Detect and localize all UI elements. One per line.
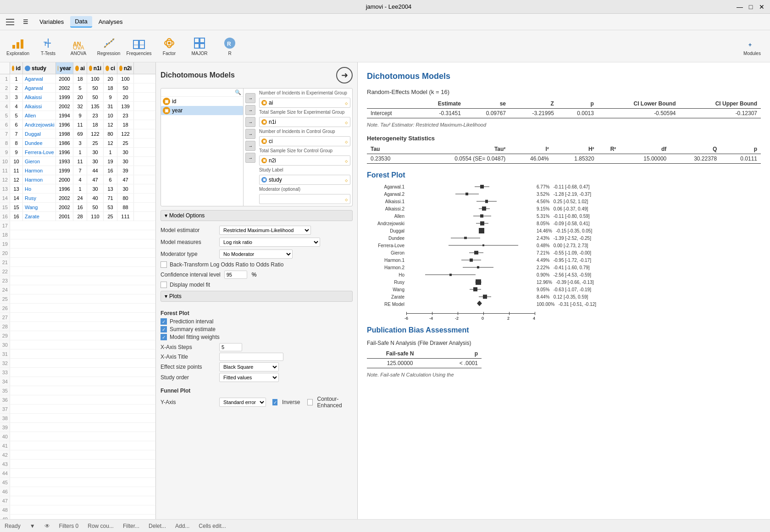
arrow-btn-4[interactable]: → bbox=[245, 129, 255, 139]
estimate-square bbox=[477, 266, 479, 268]
maximize-button[interactable]: □ bbox=[747, 3, 754, 11]
back-transform-checkbox[interactable] bbox=[161, 261, 167, 268]
var-item-year[interactable]: ▣ year bbox=[161, 106, 243, 115]
study-clear-btn[interactable]: ⬦ bbox=[344, 176, 348, 183]
arrow-btn-6[interactable]: → bbox=[245, 153, 255, 163]
arrow-btn-3[interactable]: → bbox=[245, 117, 255, 127]
forest-plot-row: Alkaissi.1 4.56% 0.25 [-0.52, 1.02] bbox=[367, 198, 761, 205]
study-order-select[interactable]: Fitted values bbox=[219, 373, 279, 382]
contour-checkbox[interactable] bbox=[307, 399, 312, 405]
estimator-label: Model estimator bbox=[161, 227, 216, 233]
col-n1i-header[interactable]: n1i bbox=[87, 62, 104, 74]
menu-data[interactable]: Variables bbox=[35, 17, 68, 27]
ai-cell: 1 bbox=[73, 184, 87, 193]
ci-cell: 80 bbox=[104, 129, 117, 138]
toolbar-major[interactable]: MAJOR bbox=[186, 33, 213, 60]
toolbar-modules[interactable]: + Modules bbox=[739, 33, 765, 60]
failsafe-th-p: p bbox=[433, 349, 482, 359]
measures-select[interactable]: Log risk ratio bbox=[219, 238, 320, 247]
results-panel: Dichotomous Models Random-Effects Model … bbox=[358, 62, 770, 519]
n1i-cell: 100 bbox=[87, 74, 104, 83]
study-cell: Allen bbox=[23, 111, 56, 120]
col-study-header[interactable]: study bbox=[23, 62, 56, 74]
n2i-cell: 20 bbox=[117, 93, 134, 101]
forest-study-name: Ferrera-Love bbox=[367, 243, 406, 248]
menu-variables[interactable]: ☰ bbox=[18, 17, 33, 27]
minimize-button[interactable]: — bbox=[736, 3, 743, 11]
display-fit-checkbox[interactable] bbox=[161, 282, 167, 288]
arrow-btn-2[interactable]: → bbox=[245, 105, 255, 115]
toolbar-r[interactable]: R R bbox=[216, 33, 243, 60]
add-btn[interactable]: Add... bbox=[175, 523, 189, 529]
menu-analyses[interactable]: Data bbox=[70, 16, 92, 28]
ci-level-row: Confidence interval level % bbox=[161, 271, 353, 279]
n2i-clear-btn[interactable]: ⬦ bbox=[344, 157, 348, 164]
delete-btn[interactable]: Delet... bbox=[149, 523, 166, 529]
inverse-checkbox[interactable]: ✓ bbox=[272, 399, 277, 405]
x-axis-title-input[interactable] bbox=[219, 353, 283, 361]
arrow-btn-1[interactable]: → bbox=[245, 93, 255, 103]
estimator-select[interactable]: Restricted Maximum-Likelihood bbox=[219, 226, 311, 235]
moderator-clear-btn[interactable]: ⬦ bbox=[344, 195, 348, 203]
toolbar-exploration[interactable]: Exploration bbox=[5, 33, 31, 60]
plots-header[interactable]: ▾ Plots bbox=[161, 291, 353, 302]
n2i-cell: 100 bbox=[117, 74, 134, 83]
forest-bar bbox=[406, 235, 535, 241]
filter-btn[interactable]: Filter... bbox=[123, 523, 139, 529]
col-ci-header[interactable]: ci bbox=[104, 62, 117, 74]
x-axis-steps-input[interactable] bbox=[219, 343, 242, 351]
close-button[interactable]: ✕ bbox=[758, 3, 765, 11]
col-id-header[interactable]: id bbox=[10, 62, 23, 74]
forest-bar bbox=[406, 227, 535, 234]
heterogeneity-row: 0.23530 0.0554 (SE= 0.0487) 46.04% 1.853… bbox=[367, 154, 761, 164]
empty-row: 28 bbox=[0, 322, 155, 331]
model-options-header[interactable]: ▾ Model Options bbox=[161, 210, 353, 221]
go-button[interactable]: ➜ bbox=[336, 67, 353, 83]
prediction-interval-checkbox[interactable]: ✓ bbox=[161, 318, 167, 325]
svg-text:+: + bbox=[748, 42, 752, 48]
target-label-3: Number of Incidents in Control Group bbox=[259, 129, 350, 134]
svg-text:T: T bbox=[44, 41, 47, 47]
n1i-clear-btn[interactable]: ⬦ bbox=[344, 118, 348, 126]
empty-row: 19 bbox=[0, 239, 155, 249]
cells-btn[interactable]: Cells edit... bbox=[199, 523, 226, 529]
exploration-icon bbox=[11, 36, 25, 50]
forest-study-name: Agarwal.2 bbox=[367, 192, 406, 197]
toolbar-anova[interactable]: AN OVA ANOVA bbox=[65, 33, 92, 60]
summary-estimate-checkbox[interactable]: ✓ bbox=[161, 326, 167, 332]
svg-rect-1 bbox=[6, 22, 14, 22]
y-axis-select[interactable]: Standard error bbox=[219, 398, 266, 407]
data-grid: id study year ai n1i ci bbox=[0, 62, 156, 519]
arrow-btn-5[interactable]: → bbox=[245, 141, 255, 151]
forest-stats: 12.96% -0.39 [-0.66, -0.13] bbox=[535, 280, 594, 285]
toolbar-regression[interactable]: Regression bbox=[95, 33, 122, 60]
ci-level-input[interactable] bbox=[224, 271, 247, 279]
hamburger-menu[interactable] bbox=[4, 16, 17, 28]
ai-clear-btn[interactable]: ⬦ bbox=[344, 99, 348, 106]
effect-size-select[interactable]: Black Square bbox=[219, 362, 279, 371]
var-item-id[interactable]: ▣ id bbox=[161, 97, 243, 106]
model-fitting-checkbox[interactable]: ✓ bbox=[161, 334, 167, 340]
col-ai-header[interactable]: ai bbox=[73, 62, 87, 74]
toolbar-factor[interactable]: Factor bbox=[156, 33, 183, 60]
toolbar-ttests[interactable]: T T-Tests bbox=[35, 33, 61, 60]
window-controls: — □ ✕ bbox=[736, 3, 765, 11]
forest-bar bbox=[406, 220, 535, 227]
n1i-cell: 40 bbox=[87, 194, 104, 202]
search-icon[interactable]: 🔍 bbox=[235, 89, 241, 95]
ci-clear-btn[interactable]: ⬦ bbox=[344, 138, 348, 145]
col-n2i-header[interactable]: n2i bbox=[117, 62, 134, 74]
menu-edit[interactable]: Analyses bbox=[94, 17, 127, 27]
het-r2 bbox=[598, 154, 620, 164]
empty-row: 44 bbox=[0, 469, 155, 478]
moderator-type-select[interactable]: No Moderator bbox=[219, 249, 293, 259]
toolbar-frequencies[interactable]: Frequencies bbox=[126, 33, 152, 60]
estimate-square bbox=[482, 244, 484, 246]
row-num-cell: 10 bbox=[0, 157, 10, 166]
row-num-cell: 12 bbox=[0, 175, 10, 184]
table-row: 15 15 Wang 2002 16 50 53 88 bbox=[0, 203, 155, 212]
empty-row: 48 bbox=[0, 505, 155, 515]
estimate-square bbox=[480, 222, 484, 226]
svg-rect-0 bbox=[6, 19, 14, 20]
col-year-header[interactable]: year bbox=[56, 62, 73, 74]
